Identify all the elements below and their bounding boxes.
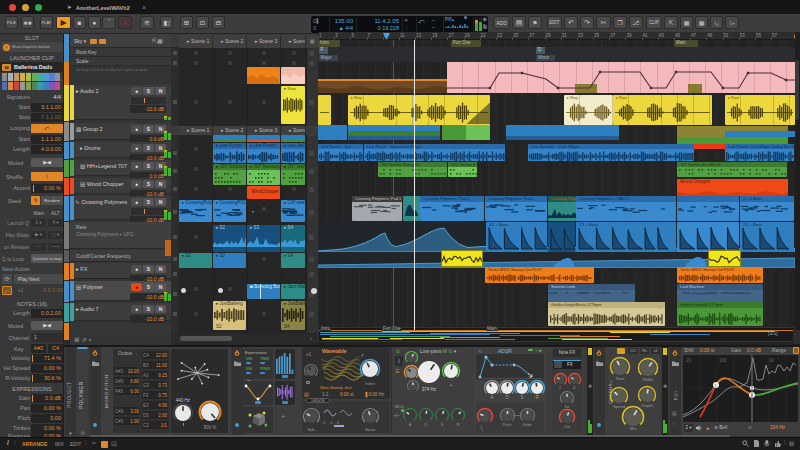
svg-text:1: 1 bbox=[715, 384, 717, 388]
svg-text:20: 20 bbox=[686, 358, 692, 363]
svg-text:1k: 1k bbox=[769, 358, 775, 363]
svg-text:100: 100 bbox=[719, 358, 727, 363]
